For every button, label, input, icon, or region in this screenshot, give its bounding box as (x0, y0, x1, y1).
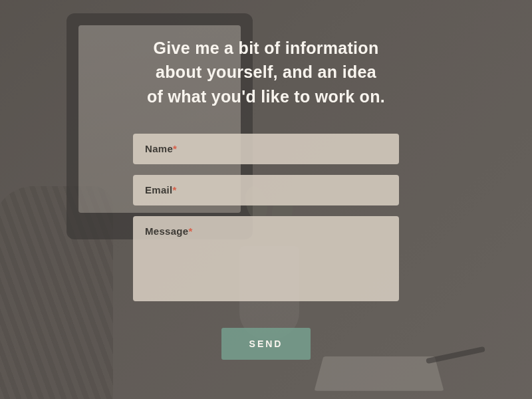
heading-line-3: of what you'd like to work on. (147, 87, 385, 106)
message-textarea[interactable] (133, 216, 399, 301)
section-heading: Give me a bit of information about yours… (147, 36, 385, 108)
email-input[interactable] (133, 175, 399, 205)
name-input[interactable] (133, 134, 399, 164)
name-field-container: Name* (133, 134, 399, 164)
heading-line-1: Give me a bit of information (153, 39, 378, 57)
message-field-container: Message* (133, 216, 399, 301)
heading-line-2: about yourself, and an idea (156, 63, 376, 81)
email-field-container: Email* (133, 175, 399, 205)
send-button[interactable]: SEND (221, 328, 311, 360)
contact-section: Give me a bit of information about yours… (0, 0, 532, 399)
contact-form: Name* Email* Message* SEND (133, 134, 399, 360)
